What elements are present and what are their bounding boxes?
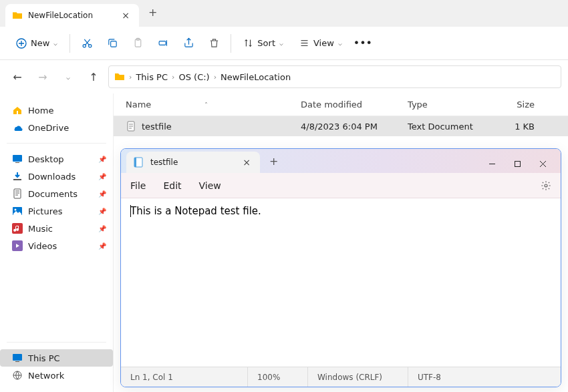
- forward-button[interactable]: →: [32, 66, 53, 87]
- chevron-right-icon: ›: [172, 73, 174, 81]
- column-name[interactable]: Name˄: [120, 100, 301, 110]
- menu-edit[interactable]: Edit: [163, 180, 181, 191]
- folder-icon: [114, 71, 125, 82]
- notepad-icon: [133, 157, 144, 168]
- nav-pictures[interactable]: Pictures📌: [0, 202, 113, 220]
- nav-this-pc[interactable]: This PC: [0, 349, 113, 367]
- column-size[interactable]: Size: [488, 100, 541, 110]
- notepad-menubar: File Edit View: [121, 173, 561, 198]
- new-tab-button[interactable]: +: [139, 6, 166, 19]
- recent-button[interactable]: ⌵: [57, 66, 79, 87]
- view-button[interactable]: View ⌵: [293, 34, 349, 52]
- file-row[interactable]: testfile 4/8/2023 6:04 PM Text Document …: [114, 116, 568, 136]
- nav-home[interactable]: Home: [0, 102, 113, 119]
- svg-rect-10: [14, 189, 21, 198]
- notepad-tab-close-icon[interactable]: ×: [243, 157, 251, 168]
- file-modified: 4/8/2023 6:04 PM: [301, 122, 408, 132]
- copy-button[interactable]: [101, 32, 124, 55]
- more-button[interactable]: •••: [351, 32, 374, 55]
- settings-button[interactable]: [541, 180, 551, 191]
- sort-indicator-icon: ˄: [204, 102, 208, 108]
- navigation-row: ← → ⌵ ↑ › This PC › OS (C:) › NewFileLoc…: [0, 60, 568, 93]
- pin-icon: 📌: [98, 156, 106, 163]
- sort-icon: [243, 38, 253, 48]
- nav-onedrive[interactable]: OneDrive: [0, 119, 113, 136]
- notepad-titlebar[interactable]: testfile × +: [121, 149, 561, 173]
- share-button[interactable]: [177, 32, 200, 55]
- pin-icon: 📌: [98, 190, 106, 198]
- status-encoding: UTF-8: [408, 367, 561, 387]
- command-bar: New ⌵ Sort ⌵ View ⌵ •••: [0, 27, 568, 60]
- nav-music[interactable]: Music📌: [0, 220, 113, 237]
- pc-icon: [12, 353, 23, 363]
- svg-rect-20: [134, 158, 136, 167]
- nav-desktop[interactable]: Desktop📌: [0, 150, 113, 168]
- folder-icon: [12, 10, 23, 21]
- notepad-tab[interactable]: testfile ×: [126, 152, 260, 173]
- status-zoom[interactable]: 100%: [248, 367, 308, 387]
- address-bar[interactable]: › This PC › OS (C:) › NewFileLocation: [108, 65, 561, 88]
- close-button[interactable]: [530, 154, 555, 173]
- file-size: 1 KB: [488, 122, 541, 132]
- pin-icon: 📌: [98, 242, 106, 250]
- nav-videos[interactable]: Videos📌: [0, 237, 113, 254]
- nav-documents[interactable]: Documents📌: [0, 185, 113, 202]
- breadcrumb-item[interactable]: This PC: [136, 72, 168, 82]
- text-content: This is a Notepad test file.: [130, 205, 261, 217]
- notepad-new-tab-button[interactable]: +: [260, 155, 287, 168]
- downloads-icon: [12, 171, 23, 182]
- chevron-down-icon: ⌵: [279, 39, 283, 47]
- videos-icon: [12, 240, 23, 251]
- svg-rect-9: [13, 179, 21, 180]
- maximize-button[interactable]: [505, 154, 530, 173]
- breadcrumb-item[interactable]: NewFileLocation: [221, 72, 291, 82]
- column-type[interactable]: Type: [408, 100, 488, 110]
- file-name: testfile: [142, 122, 172, 132]
- new-icon: [16, 38, 27, 49]
- music-icon: [12, 223, 23, 234]
- svg-point-12: [15, 209, 17, 211]
- svg-rect-6: [159, 41, 166, 45]
- new-button[interactable]: New ⌵: [9, 34, 64, 53]
- menu-file[interactable]: File: [130, 180, 146, 191]
- nav-network[interactable]: Network: [0, 367, 113, 384]
- network-icon: [12, 370, 23, 381]
- sort-button[interactable]: Sort ⌵: [237, 34, 290, 52]
- cut-button[interactable]: [76, 32, 98, 55]
- onedrive-icon: [12, 122, 23, 133]
- notepad-tab-title: testfile: [150, 158, 236, 167]
- svg-rect-8: [15, 162, 19, 163]
- paste-button[interactable]: [126, 32, 149, 55]
- text-cursor: [130, 205, 131, 217]
- rename-button[interactable]: [152, 32, 174, 55]
- chevron-right-icon: ›: [129, 73, 132, 81]
- svg-rect-3: [111, 41, 117, 47]
- delete-button[interactable]: [202, 32, 225, 55]
- menu-view[interactable]: View: [199, 180, 221, 191]
- back-button[interactable]: ←: [7, 66, 28, 87]
- nav-downloads[interactable]: Downloads📌: [0, 168, 113, 185]
- svg-rect-21: [515, 161, 520, 166]
- chevron-down-icon: ⌵: [338, 39, 342, 47]
- minimize-button[interactable]: [479, 154, 505, 173]
- close-tab-icon[interactable]: ×: [122, 10, 130, 21]
- view-icon: [299, 38, 309, 48]
- separator: [231, 34, 231, 53]
- notepad-text-area[interactable]: This is a Notepad test file.: [121, 198, 561, 367]
- home-icon: [12, 105, 23, 116]
- pin-icon: 📌: [98, 225, 106, 232]
- file-type: Text Document: [408, 122, 488, 132]
- status-line-ending: Windows (CRLF): [308, 367, 408, 387]
- separator: [69, 34, 70, 53]
- svg-rect-7: [13, 155, 22, 162]
- up-button[interactable]: ↑: [83, 66, 104, 87]
- desktop-icon: [12, 154, 23, 164]
- columns-header: Name˄ Date modified Type Size: [114, 93, 568, 116]
- svg-rect-15: [13, 354, 22, 361]
- documents-icon: [12, 188, 23, 199]
- column-modified[interactable]: Date modified: [301, 100, 408, 110]
- svg-rect-16: [15, 361, 19, 362]
- breadcrumb-item[interactable]: OS (C:): [178, 72, 209, 82]
- explorer-tab[interactable]: NewFileLocation ×: [5, 4, 139, 27]
- chevron-down-icon: ⌵: [53, 39, 57, 47]
